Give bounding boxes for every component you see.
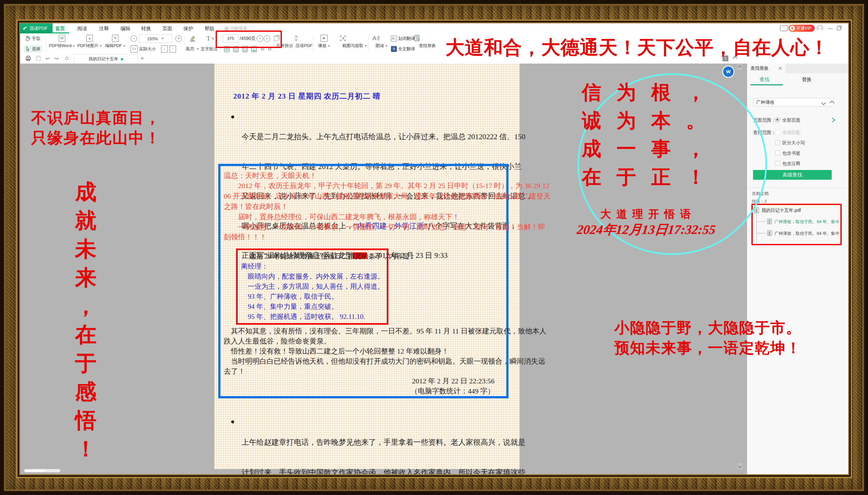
pdf-to-word-float-button[interactable]: W [722,66,735,78]
bookmarks-checkbox[interactable] [775,151,780,155]
file-icon [754,208,759,213]
edit-pdf-icon: ✎ [112,35,118,42]
pdf-page[interactable]: 2012 年 2 月 23 日 星期四 农历二月初二 晴 今天是二月二龙抬头。上… [214,64,520,469]
scroll-view-icon[interactable] [251,46,257,52]
zoom-out-button[interactable]: − [131,35,137,42]
option-case[interactable]: 区分大小写 [782,140,805,146]
read-aloud-button[interactable]: A 朗读 [372,35,392,49]
zoom-in-button[interactable]: + [175,35,182,42]
svg-text:A: A [342,36,345,40]
close-icon[interactable]: ✕ [778,66,782,71]
search-placeholder: 功能搜索 [230,25,247,32]
option-bookmarks[interactable]: 包含书签 [782,151,800,156]
calligraphy-top: 大道和合，大德通天！天下公平，自在人心！ [445,35,829,60]
page-total-label: /4590页 [240,35,256,42]
panel-header-tab[interactable]: 查找替换 ✕ [747,64,786,73]
bullet-icon [231,116,234,118]
option-comments[interactable]: 包含注释 [782,161,800,167]
scroll-down-button[interactable] [737,463,742,469]
menu-tab-convert[interactable]: 转换 [137,23,155,33]
case-sensitive-checkbox[interactable] [775,140,780,145]
next-page-button[interactable]: › [264,35,270,42]
undo-icon[interactable]: ↩ [46,55,50,62]
prev-page-icon: ‹ [257,35,263,42]
hand-tool-button[interactable]: 手型 [25,35,40,42]
pdf-to-image-button[interactable]: ▴ PDF转图片 [76,35,103,49]
select-tool-button[interactable]: 选择 [23,45,42,53]
prev-page-button[interactable]: ‹ [257,35,263,42]
read-aloud-icon: A [372,35,392,42]
zoom-level-select[interactable]: 150% [139,35,172,42]
compress-icon [292,35,316,42]
single-page-icon[interactable] [224,46,230,52]
hand-tool-label: 手型 [32,36,40,41]
menu-tab-home[interactable]: 首页 [51,23,69,33]
fit-page-icon: ▫ [169,46,176,53]
message-icon[interactable]: ⋯ [780,25,788,31]
edit-pdf-button[interactable]: ✎ 编辑PDF [102,35,129,49]
rotate-ccw-icon[interactable]: ↺ [268,46,272,52]
menu-tab-protect[interactable]: 保护 [179,23,197,33]
comments-checkbox[interactable] [775,161,780,166]
menu-tab-page[interactable]: 页面 [158,23,176,33]
compress-pdf-button[interactable]: 压缩PDF [292,35,316,49]
search-result-2[interactable]: 广种薄收，取信于民。94 年、集中力: [774,231,839,237]
vip-icon: V [790,25,795,31]
calligraphy-circle-caption: 大 道 理 开 悟 语 [581,207,711,222]
page-range-radio[interactable] [775,117,780,122]
scroll-up-button[interactable] [737,64,742,70]
pdf-to-word-button[interactable]: W PDF转Word [49,35,75,49]
new-tab-button[interactable]: + [141,55,144,62]
fit-width-button[interactable]: ↔ [161,45,167,53]
menu-tab-read[interactable]: 阅读 [73,23,91,33]
document-tab[interactable]: 我的日记十五年 [74,54,138,64]
home-icon[interactable]: ⌂ [65,54,68,61]
tab-find[interactable]: 查找 [759,76,769,83]
app-logo[interactable]: 迅读PDF · [20,23,53,33]
find-replace-button[interactable]: 查找替换 [414,35,441,49]
play-button[interactable]: ▶ 播放 [314,35,334,49]
rotate-cw-icon[interactable]: ↻ [260,46,265,52]
full-translate-button[interactable]: A 全文翻译 [391,45,415,53]
printer-icon[interactable] [25,55,31,61]
fit-page-button[interactable]: ▫ [169,45,176,53]
capture-extract-button[interactable]: A 截图与提取 [339,35,370,49]
actual-size-button[interactable]: 1:1 实际大小 [131,45,156,53]
vip-label: 开通VIP [796,25,812,31]
minimize-icon[interactable]: — [828,26,833,31]
page-range-value[interactable]: 全部页面 [782,117,800,123]
page-number-input[interactable]: 375 [223,35,238,42]
result-file-row[interactable]: 我的日记十五年.pdf [761,208,836,214]
save-icon[interactable] [36,55,41,61]
active-tab-underline [751,84,783,85]
diary-paragraph-2: 上午给赵建章打电话，告昨晚梦见他来了，手里拿着一些资料。老人家很高兴，说就是 计… [242,417,508,474]
avatar[interactable] [816,25,823,32]
restore-icon[interactable] [837,27,841,30]
word-translate-icon: A₊ [391,36,397,41]
document-tab-title: 我的日记十五年 [89,56,118,62]
dropdown-caret-icon [161,38,164,39]
tab-replace[interactable]: 替换 [802,76,812,83]
redo-icon[interactable]: ↪ [54,55,59,62]
dropdown-caret-icon [196,48,199,50]
unsaved-dot-icon [121,58,123,60]
search-result-1[interactable]: 广种薄收，取信于民。94 年、集中力: [774,219,839,225]
actual-size-icon: 1:1 [131,46,138,53]
menu-tab-help[interactable]: 帮助 [200,23,218,33]
dropdown-caret-icon [385,46,388,47]
book-view-icon[interactable] [242,46,248,52]
expand-range-icon[interactable] [830,118,835,122]
whole-word-checkbox[interactable] [775,130,780,135]
word-translate-button[interactable]: A₊ 划词翻译 [391,35,415,42]
menu-tab-edit[interactable]: 编辑 [116,23,134,33]
vip-button[interactable]: V 开通VIP [788,25,815,32]
feature-search[interactable]: 功能搜索 [225,25,247,32]
dropdown-caret-icon [72,46,75,47]
text-note-button[interactable]: 文字批注 [201,45,217,53]
full-translate-icon: A [391,46,397,52]
option-whole-word[interactable]: 全词匹配 [782,130,800,136]
horizontal-scrollbar[interactable] [24,469,61,472]
highlight-button[interactable]: 高亮 [186,45,199,53]
double-page-icon[interactable] [233,46,239,52]
menu-tab-annotate[interactable]: 注释 [95,23,113,33]
